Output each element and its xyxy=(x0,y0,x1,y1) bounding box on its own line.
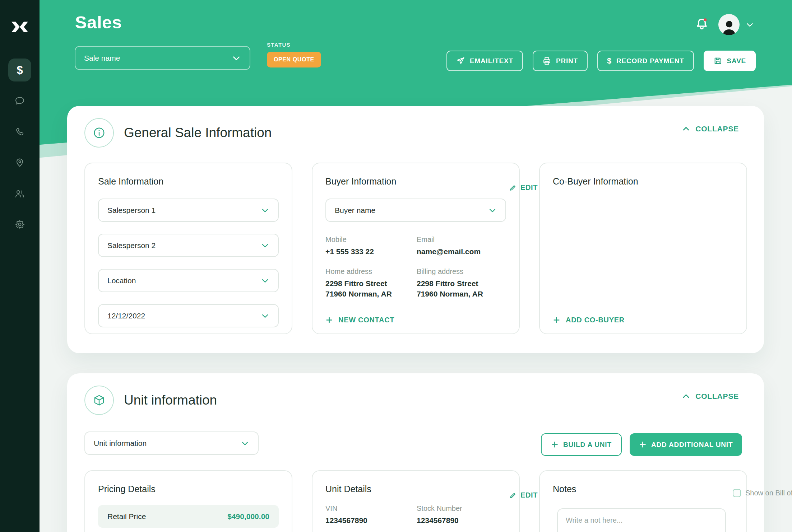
sidebar-item-messages[interactable] xyxy=(8,89,31,112)
buyer-information-panel: Buyer Information EDIT Buyer name Mobile… xyxy=(312,163,520,334)
plus-icon xyxy=(553,316,560,324)
location-dropdown[interactable]: Location xyxy=(98,269,279,292)
unit-details-title: Unit Details xyxy=(325,484,506,494)
location-value: Location xyxy=(107,276,136,285)
printer-icon xyxy=(542,56,551,65)
vin-value: 1234567890 xyxy=(325,515,417,526)
buyer-name-value: Buyer name xyxy=(335,206,375,215)
add-additional-unit-label: ADD ADDITIONAL UNIT xyxy=(651,441,733,449)
vin-field: VIN 1234567890 xyxy=(325,504,417,526)
show-on-bill-label: Show on Bill of Sale xyxy=(745,489,792,497)
pencil-icon xyxy=(509,491,517,499)
sidebar-item-settings[interactable] xyxy=(8,213,31,236)
unit-details-edit-label: EDIT xyxy=(520,491,538,499)
buyer-email-field: Email name@email.com xyxy=(417,235,506,257)
unit-details-panel: Unit Details EDIT VIN 1234567890 Stock N… xyxy=(312,470,520,532)
salesperson2-dropdown[interactable]: Salesperson 2 xyxy=(98,234,279,257)
phone-icon xyxy=(14,126,25,137)
person-silhouette-icon xyxy=(720,18,738,35)
plus-icon xyxy=(639,441,647,448)
sale-date-dropdown[interactable]: 12/12/2022 xyxy=(98,304,279,327)
email-text-button[interactable]: EMAIL/TEXT xyxy=(446,51,523,71)
show-on-bill-checkbox[interactable] xyxy=(733,489,741,497)
account-chevron-down-icon[interactable] xyxy=(745,20,755,31)
notes-panel: Notes Show on Bill of Sale xyxy=(539,470,747,532)
sale-name-dropdown[interactable]: Sale name xyxy=(75,46,250,70)
unit-collapse-label: COLLAPSE xyxy=(695,392,739,401)
sales-page: Sales Sale name STATUS OPEN QUOTE EMAIL/… xyxy=(0,0,792,532)
add-cobuyer-button[interactable]: ADD CO-BUYER xyxy=(553,316,625,324)
print-label: PRINT xyxy=(556,57,578,65)
chevron-down-icon xyxy=(232,53,241,63)
email-text-label: EMAIL/TEXT xyxy=(470,57,513,65)
sale-date-value: 12/12/2022 xyxy=(107,312,145,320)
buyer-billing-address-field: Billing address 2298 Fittro Street 71960… xyxy=(417,267,506,299)
mobile-label: Mobile xyxy=(325,235,417,244)
pencil-icon xyxy=(509,184,517,192)
sidebar-item-sales[interactable]: $ xyxy=(8,59,31,81)
stock-number-field: Stock Number 1234567890 xyxy=(417,504,506,526)
record-payment-button[interactable]: $ RECORD PAYMENT xyxy=(597,51,694,71)
salesperson2-value: Salesperson 2 xyxy=(107,241,156,250)
status-badge[interactable]: OPEN QUOTE xyxy=(267,52,321,67)
notification-bell-icon[interactable] xyxy=(695,17,709,33)
users-icon xyxy=(14,188,25,199)
sidebar: $ xyxy=(0,0,40,532)
salesperson1-value: Salesperson 1 xyxy=(107,206,156,215)
unit-information-value: Unit information xyxy=(94,439,147,448)
unit-details-fields: VIN 1234567890 Stock Number 1234567890 xyxy=(325,504,506,526)
retail-price-row: Retail Price $490,000.00 xyxy=(98,505,279,528)
home-address-line1: 2298 Fittro Street xyxy=(325,279,417,289)
add-additional-unit-button[interactable]: ADD ADDITIONAL UNIT xyxy=(630,433,742,456)
cube-icon xyxy=(84,386,114,415)
buyer-name-dropdown[interactable]: Buyer name xyxy=(325,199,506,222)
save-button[interactable]: SAVE xyxy=(704,51,756,71)
sidebar-nav: $ xyxy=(0,59,40,236)
vin-label: VIN xyxy=(325,504,417,513)
gear-icon xyxy=(14,219,25,230)
print-button[interactable]: PRINT xyxy=(533,51,588,71)
pricing-details-title: Pricing Details xyxy=(98,484,279,494)
plus-icon xyxy=(551,441,559,448)
build-a-unit-button[interactable]: BUILD A UNIT xyxy=(541,433,622,456)
sidebar-item-customers[interactable] xyxy=(8,182,31,205)
unit-information-card: Unit information COLLAPSE Unit informati… xyxy=(67,373,764,532)
brand-logo[interactable] xyxy=(11,21,28,34)
dollar-icon: $ xyxy=(607,56,612,66)
save-icon xyxy=(713,56,722,65)
topbar: Sales Sale name STATUS OPEN QUOTE EMAIL/… xyxy=(0,0,792,151)
billing-address-line1: 2298 Fittro Street xyxy=(417,279,506,289)
build-a-unit-label: BUILD A UNIT xyxy=(563,441,612,449)
chat-icon xyxy=(14,95,25,106)
new-contact-button[interactable]: NEW CONTACT xyxy=(325,316,394,324)
buyer-home-address-field: Home address 2298 Fittro Street 71960 No… xyxy=(325,267,417,299)
avatar[interactable] xyxy=(718,14,740,35)
save-label: SAVE xyxy=(727,57,746,65)
stock-number-label: Stock Number xyxy=(417,504,506,513)
buyer-edit-button[interactable]: EDIT xyxy=(509,183,538,192)
unit-information-header: Unit information xyxy=(84,386,217,415)
retail-price-label: Retail Price xyxy=(107,512,146,521)
mobile-value: +1 555 333 22 xyxy=(325,247,417,257)
notes-textarea[interactable] xyxy=(557,508,726,532)
unit-information-title: Unit information xyxy=(124,393,217,408)
send-icon xyxy=(456,56,465,65)
show-on-bill-row: Show on Bill of Sale xyxy=(733,489,792,497)
cobuyer-information-title: Co-Buyer Information xyxy=(553,176,733,187)
stock-number-value: 1234567890 xyxy=(417,515,506,526)
pricing-details-panel: Pricing Details Retail Price $490,000.00 xyxy=(84,470,292,532)
home-address-label: Home address xyxy=(325,267,417,276)
sidebar-item-locations[interactable] xyxy=(8,151,31,174)
unit-collapse-button[interactable]: COLLAPSE xyxy=(682,392,739,401)
status-block: STATUS OPEN QUOTE xyxy=(267,42,321,67)
sidebar-item-calls[interactable] xyxy=(8,120,31,143)
buyer-mobile-field: Mobile +1 555 333 22 xyxy=(325,235,417,257)
location-icon xyxy=(14,157,25,168)
plus-icon xyxy=(325,316,333,324)
salesperson1-dropdown[interactable]: Salesperson 1 xyxy=(98,199,279,222)
chevron-down-icon xyxy=(261,312,269,320)
unit-details-edit-button[interactable]: EDIT xyxy=(509,491,538,499)
sale-name-value: Sale name xyxy=(84,54,120,62)
unit-information-dropdown[interactable]: Unit information xyxy=(84,431,259,455)
billing-address-line2: 71960 Norman, AR xyxy=(417,289,506,299)
